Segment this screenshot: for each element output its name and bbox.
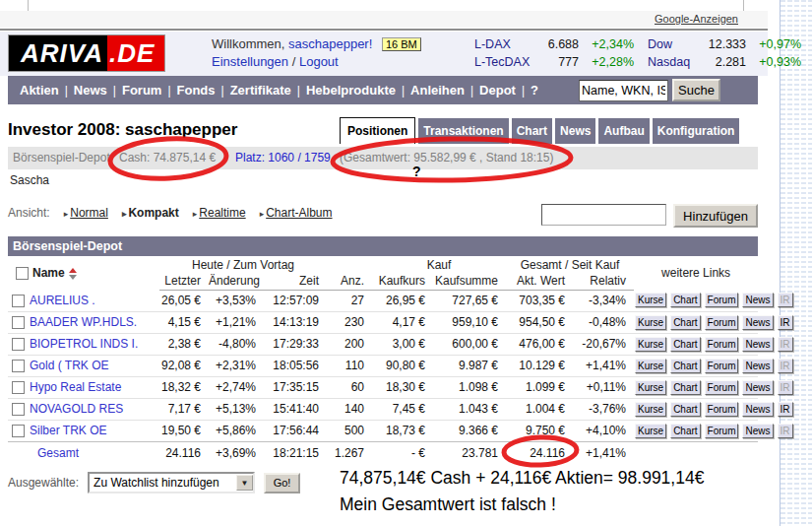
go-button[interactable]: Go! <box>264 473 300 493</box>
news-button[interactable]: News <box>742 293 773 307</box>
row-checkbox[interactable] <box>12 403 25 416</box>
forum-button[interactable]: Forum <box>705 359 739 373</box>
kurse-button[interactable]: Kurse <box>635 293 666 307</box>
select-all-checkbox[interactable] <box>16 267 29 280</box>
ir-button[interactable]: IR <box>778 337 793 352</box>
ir-button[interactable]: IR <box>778 293 793 307</box>
ir-button[interactable]: IR <box>778 315 793 330</box>
nav-item-zertifikate[interactable]: Zertifikate <box>230 83 291 98</box>
nav-item-forum[interactable]: Forum <box>122 83 161 98</box>
kurse-button[interactable]: Kurse <box>635 424 666 438</box>
chart-button[interactable]: Chart <box>670 293 700 307</box>
index-name[interactable]: L-TecDAX <box>474 55 531 70</box>
username-link[interactable]: saschapepper! <box>288 36 372 51</box>
tab-aufbau[interactable]: Aufbau <box>598 118 649 144</box>
cell-links-empty <box>634 441 758 464</box>
sort-up-icon[interactable] <box>69 268 77 273</box>
search-button[interactable]: Suche <box>672 79 720 101</box>
nav-item-aktien[interactable]: Aktien <box>20 83 59 98</box>
index-name[interactable]: Dow <box>634 37 693 52</box>
index-value: 6.688 <box>531 37 579 52</box>
stock-name-link[interactable]: NOVAGOLD RES <box>30 402 123 416</box>
chart-button[interactable]: Chart <box>670 402 700 417</box>
news-button[interactable]: News <box>742 359 773 373</box>
kurse-button[interactable]: Kurse <box>635 359 666 373</box>
stock-name-link[interactable]: Hypo Real Estate <box>30 380 121 394</box>
sort-arrows-icon[interactable] <box>69 268 77 280</box>
name-header-label[interactable]: Name <box>32 266 65 280</box>
bulk-action-select[interactable]: Zu Watchlist hinzufügen ▼ <box>88 472 255 493</box>
site-header: ARIVA.DE Willkommen, saschapepper! 16 BM… <box>0 32 768 76</box>
kurse-button[interactable]: Kurse <box>635 380 666 395</box>
ir-button[interactable]: IR <box>778 402 793 417</box>
chart-button[interactable]: Chart <box>670 359 700 373</box>
nav-item-fonds[interactable]: Fonds <box>177 83 216 98</box>
chart-button[interactable]: Chart <box>670 337 700 352</box>
stock-name-link[interactable]: Silber TRK OE <box>30 424 106 437</box>
stock-name-link[interactable]: Gold ( TRK OE <box>30 359 108 372</box>
add-stock-button[interactable]: Hinzufügen <box>673 204 758 228</box>
view-kompakt-link[interactable]: Kompakt <box>122 206 179 220</box>
forum-button[interactable]: Forum <box>705 424 739 438</box>
view-realtime-link[interactable]: Realtime <box>193 206 246 220</box>
forum-button[interactable]: Forum <box>705 293 739 307</box>
chevron-down-icon[interactable]: ▼ <box>236 475 253 491</box>
ir-button[interactable]: IR <box>778 424 793 438</box>
tab-positionen[interactable]: Positionen <box>340 117 415 144</box>
tab-transaktionen[interactable]: Transaktionen <box>418 118 508 144</box>
row-checkbox[interactable] <box>12 381 25 394</box>
ariva-logo[interactable]: ARIVA.DE <box>8 34 165 72</box>
einstellungen-link[interactable]: Einstellungen <box>212 54 288 69</box>
tab-news[interactable]: News <box>555 118 595 144</box>
stock-name-link[interactable]: BAADER WP.HDLS. <box>30 315 137 329</box>
search-input[interactable] <box>579 80 668 101</box>
index-name[interactable]: Nasdaq <box>634 55 693 70</box>
ir-button[interactable]: IR <box>778 359 793 373</box>
chart-button[interactable]: Chart <box>670 315 700 330</box>
nav-item-help[interactable]: ? <box>531 83 538 98</box>
total-label[interactable]: Gesamt <box>37 446 79 460</box>
tab-chart[interactable]: Chart <box>512 118 552 144</box>
news-button[interactable]: News <box>742 424 773 438</box>
news-button[interactable]: News <box>742 380 773 395</box>
row-checkbox[interactable] <box>12 360 25 372</box>
cell-relativ: +1,41% <box>573 355 634 376</box>
forum-button[interactable]: Forum <box>705 337 739 352</box>
view-chart-album-link[interactable]: Chart-Album <box>260 206 333 220</box>
nav-item-anleihen[interactable]: Anleihen <box>410 83 465 98</box>
cell-anz: 1.267 <box>327 441 372 464</box>
bm-badge[interactable]: 16 BM <box>382 37 421 51</box>
add-stock-input[interactable] <box>541 204 666 226</box>
row-checkbox[interactable] <box>12 338 25 351</box>
logout-link[interactable]: Logout <box>299 54 339 69</box>
google-ads-link[interactable]: Google-Anzeigen <box>655 13 738 25</box>
forum-button[interactable]: Forum <box>705 315 739 330</box>
cell-kaufsumme: 727,65 € <box>433 290 506 311</box>
news-button[interactable]: News <box>742 402 773 417</box>
row-checkbox[interactable] <box>12 295 25 307</box>
nav-item-hebelprodukte[interactable]: Hebelprodukte <box>306 83 396 98</box>
tab-konfiguration[interactable]: Konfiguration <box>653 118 740 144</box>
platz-link[interactable]: Platz: 1060 / 1759 <box>235 147 331 169</box>
kurse-button[interactable]: Kurse <box>635 402 666 417</box>
news-button[interactable]: News <box>742 315 773 330</box>
kurse-button[interactable]: Kurse <box>635 337 666 352</box>
table-row: Hypo Real Estate18,32 €+2,74%17:35:15601… <box>8 376 758 398</box>
chart-button[interactable]: Chart <box>670 380 700 395</box>
stock-name-link[interactable]: BIOPETROL INDS I. <box>30 337 138 351</box>
ir-button[interactable]: IR <box>778 380 793 395</box>
forum-button[interactable]: Forum <box>705 402 739 417</box>
view-normal-link[interactable]: Normal <box>64 206 108 220</box>
index-value: 2.281 <box>693 55 746 70</box>
forum-button[interactable]: Forum <box>705 380 739 395</box>
row-checkbox[interactable] <box>12 425 25 437</box>
sort-down-icon[interactable] <box>69 275 77 280</box>
kurse-button[interactable]: Kurse <box>635 315 666 330</box>
nav-item-depot[interactable]: Depot <box>479 83 516 98</box>
row-checkbox[interactable] <box>12 316 25 329</box>
index-name[interactable]: L-DAX <box>474 37 531 52</box>
stock-name-link[interactable]: AURELIUS . <box>30 294 95 307</box>
chart-button[interactable]: Chart <box>670 424 700 438</box>
nav-item-news[interactable]: News <box>74 83 107 98</box>
news-button[interactable]: News <box>742 337 773 352</box>
